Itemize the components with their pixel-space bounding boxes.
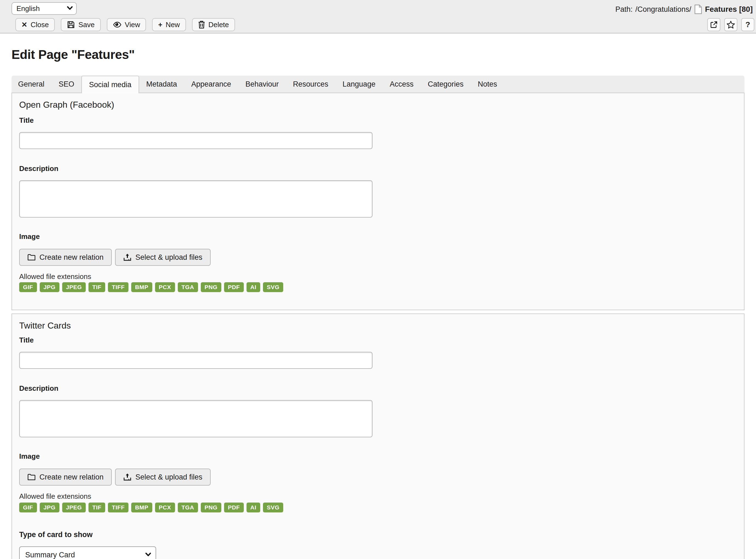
path-prefix: Path:: [616, 5, 633, 14]
twitter-cards-section: Twitter Cards Title Description Image Cr…: [12, 313, 744, 559]
extension-badge: TGA: [178, 282, 198, 292]
og-description-textarea[interactable]: [19, 180, 372, 218]
extension-badge: JPG: [40, 502, 60, 512]
extension-badge: PNG: [201, 282, 221, 292]
save-button[interactable]: Save: [61, 18, 100, 31]
extension-badge: JPEG: [62, 502, 86, 512]
open-in-new-icon: [710, 21, 718, 28]
admin-header: English ✕ Close Save: [0, 0, 756, 33]
tw-title-input[interactable]: [19, 352, 372, 369]
tw-title-label: Title: [19, 336, 34, 344]
tab-general[interactable]: General: [12, 76, 51, 93]
eye-icon: [113, 21, 122, 28]
og-extension-badges: GIFJPGJPEGTIFTIFFBMPPCXTGAPNGPDFAISVG: [19, 282, 283, 292]
trash-icon: [198, 21, 205, 29]
folder-icon: [27, 254, 36, 261]
favorite-button[interactable]: [724, 18, 737, 31]
card-type-select[interactable]: Summary Card: [19, 546, 156, 559]
extension-badge: TGA: [178, 502, 198, 512]
upload-files-label: Select & upload files: [135, 253, 202, 262]
extension-badge: AI: [247, 502, 260, 512]
toolbar: ✕ Close Save View: [15, 18, 235, 31]
tab-language[interactable]: Language: [336, 76, 383, 93]
open-in-new-button[interactable]: [707, 18, 720, 31]
open-graph-section: Open Graph (Facebook) Title Description …: [12, 93, 744, 310]
open-graph-heading: Open Graph (Facebook): [19, 100, 114, 110]
extension-badge: PNG: [201, 502, 221, 512]
breadcrumb: Path: /Congratulations/ Features [80]: [616, 4, 753, 14]
extension-badge: JPG: [40, 282, 60, 292]
upload-icon: [123, 473, 132, 481]
upload-files-button[interactable]: Select & upload files: [115, 249, 211, 266]
tab-seo[interactable]: SEO: [51, 76, 82, 93]
card-type-label: Type of card to show: [19, 531, 93, 539]
tab-appearance[interactable]: Appearance: [184, 76, 238, 93]
tw-image-buttons: Create new relation Select & upload file…: [19, 469, 211, 486]
extension-badge: PDF: [224, 282, 244, 292]
delete-button[interactable]: Delete: [192, 18, 235, 31]
create-relation-button[interactable]: Create new relation: [19, 469, 112, 486]
view-button[interactable]: View: [107, 18, 146, 31]
language-select[interactable]: English: [12, 2, 77, 15]
save-icon: [67, 21, 75, 29]
extension-badge: TIF: [89, 502, 105, 512]
extension-badge: PDF: [224, 502, 244, 512]
upload-icon: [123, 253, 132, 262]
new-button[interactable]: + New: [152, 18, 186, 31]
extension-badge: GIF: [19, 502, 37, 512]
tab-access[interactable]: Access: [383, 76, 421, 93]
save-button-label: Save: [78, 21, 94, 29]
card-type-select-wrap: Summary Card: [19, 546, 156, 559]
tab-notes[interactable]: Notes: [471, 76, 504, 93]
upload-files-label: Select & upload files: [135, 473, 202, 482]
path-value: /Congratulations/: [636, 5, 691, 14]
extension-badge: BMP: [131, 282, 152, 292]
tab-bar: General SEO Social media Metadata Appear…: [12, 76, 744, 93]
extension-badge: TIFF: [108, 282, 129, 292]
og-allowed-extensions-label: Allowed file extensions: [19, 272, 91, 281]
extension-badge: PCX: [155, 502, 175, 512]
create-relation-button[interactable]: Create new relation: [19, 249, 112, 266]
twitter-heading: Twitter Cards: [19, 320, 71, 331]
new-button-label: New: [166, 21, 180, 29]
close-button-label: Close: [31, 21, 49, 29]
og-title-label: Title: [19, 116, 34, 125]
tab-resources[interactable]: Resources: [286, 76, 335, 93]
document-icon: [694, 4, 702, 14]
tab-metadata[interactable]: Metadata: [139, 76, 184, 93]
star-icon: [727, 21, 735, 29]
og-image-label: Image: [19, 232, 40, 241]
tw-extension-badges: GIFJPGJPEGTIFTIFFBMPPCXTGAPNGPDFAISVG: [19, 502, 283, 512]
tw-allowed-extensions-label: Allowed file extensions: [19, 492, 91, 501]
og-image-buttons: Create new relation Select & upload file…: [19, 249, 211, 266]
tw-image-label: Image: [19, 452, 40, 461]
quick-actions: ?: [707, 18, 754, 31]
folder-icon: [27, 473, 36, 480]
tab-behaviour[interactable]: Behaviour: [238, 76, 286, 93]
extension-badge: JPEG: [62, 282, 86, 292]
extension-badge: SVG: [263, 502, 283, 512]
tw-description-label: Description: [19, 384, 58, 393]
delete-button-label: Delete: [208, 21, 229, 29]
extension-badge: TIFF: [108, 502, 129, 512]
close-icon: ✕: [21, 21, 27, 28]
og-description-label: Description: [19, 164, 58, 173]
tab-social-media[interactable]: Social media: [82, 76, 139, 93]
page-title: Edit Page "Features": [12, 47, 135, 62]
help-icon: ?: [745, 20, 750, 29]
create-relation-label: Create new relation: [40, 473, 104, 482]
language-select-wrap: English: [12, 2, 77, 15]
extension-badge: BMP: [131, 502, 152, 512]
view-button-label: View: [125, 21, 140, 29]
tw-description-textarea[interactable]: [19, 400, 372, 437]
og-title-input[interactable]: [19, 132, 372, 149]
extension-badge: TIF: [89, 282, 105, 292]
create-relation-label: Create new relation: [40, 253, 104, 262]
tab-categories[interactable]: Categories: [421, 76, 471, 93]
upload-files-button[interactable]: Select & upload files: [115, 469, 211, 486]
extension-badge: SVG: [263, 282, 283, 292]
help-button[interactable]: ?: [741, 18, 754, 31]
extension-badge: GIF: [19, 282, 37, 292]
close-button[interactable]: ✕ Close: [15, 18, 55, 31]
extension-badge: PCX: [155, 282, 175, 292]
